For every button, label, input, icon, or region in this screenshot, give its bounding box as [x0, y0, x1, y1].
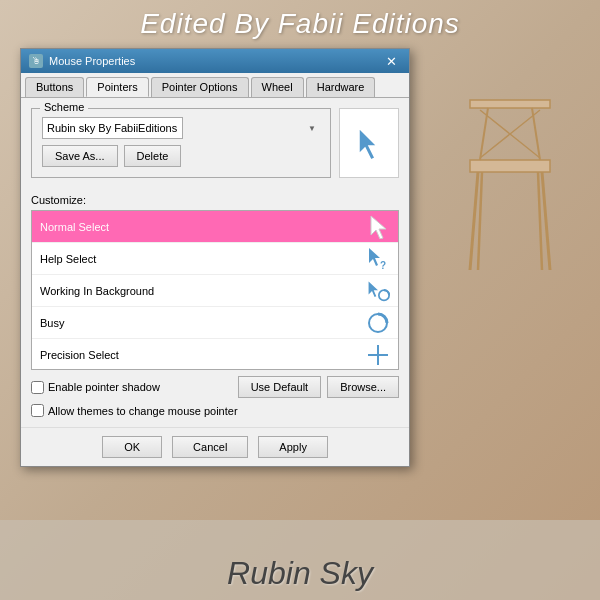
- cursor-list: Normal Select Help Select ?: [31, 210, 399, 370]
- cursor-name-precision: Precision Select: [40, 349, 119, 361]
- cursor-name-working: Working In Background: [40, 285, 154, 297]
- cursor-name-busy: Busy: [40, 317, 64, 329]
- svg-line-8: [478, 172, 482, 270]
- list-item-normal-select[interactable]: Normal Select: [32, 211, 398, 243]
- titlebar-left: 🖱 Mouse Properties: [29, 54, 135, 68]
- scheme-buttons: Save As... Delete: [42, 145, 320, 167]
- browse-button[interactable]: Browse...: [327, 376, 399, 398]
- svg-rect-1: [470, 100, 550, 108]
- tab-bar: Buttons Pointers Pointer Options Wheel H…: [21, 73, 409, 98]
- enable-shadow-row: Enable pointer shadow: [31, 381, 232, 394]
- list-item-precision-select[interactable]: Precision Select: [32, 339, 398, 370]
- cursor-name-normal: Normal Select: [40, 221, 109, 233]
- enable-shadow-label: Enable pointer shadow: [48, 381, 160, 393]
- list-item-busy[interactable]: Busy: [32, 307, 398, 339]
- enable-shadow-checkbox[interactable]: [31, 381, 44, 394]
- svg-line-9: [538, 172, 542, 270]
- cursor-icon-busy: [366, 311, 390, 335]
- apply-button[interactable]: Apply: [258, 436, 328, 458]
- tab-buttons[interactable]: Buttons: [25, 77, 84, 97]
- list-item-working-background[interactable]: Working In Background: [32, 275, 398, 307]
- scheme-dropdown[interactable]: Rubin sky By FabiiEditions: [42, 117, 183, 139]
- cursor-icon-help: ?: [366, 247, 390, 271]
- cursor-icon-normal: [366, 215, 390, 239]
- dialog-icon: 🖱: [29, 54, 43, 68]
- scheme-select-wrapper: Rubin sky By FabiiEditions: [42, 117, 320, 139]
- cursor-name-help: Help Select: [40, 253, 96, 265]
- allow-themes-row: Allow themes to change mouse pointer: [31, 404, 399, 417]
- chair-illustration: [450, 80, 570, 280]
- svg-marker-10: [359, 128, 377, 160]
- cancel-button[interactable]: Cancel: [172, 436, 248, 458]
- tab-pointer-options[interactable]: Pointer Options: [151, 77, 249, 97]
- svg-text:?: ?: [380, 260, 386, 271]
- watermark-bottom: Rubin Sky: [0, 555, 600, 592]
- watermark-top: Edited By Fabii Editions: [0, 8, 600, 40]
- cursor-preview: [339, 108, 399, 178]
- cursor-icon-precision: [366, 343, 390, 367]
- customize-label: Customize:: [31, 194, 399, 206]
- cursor-controls-row: Enable pointer shadow Use Default Browse…: [31, 376, 399, 398]
- allow-themes-label: Allow themes to change mouse pointer: [48, 405, 238, 417]
- close-button[interactable]: ✕: [382, 55, 401, 68]
- svg-line-6: [470, 172, 478, 270]
- svg-rect-0: [470, 160, 550, 172]
- cursor-icon-working: [366, 279, 390, 303]
- preview-cursor-icon: [355, 126, 383, 160]
- list-item-help-select[interactable]: Help Select ?: [32, 243, 398, 275]
- titlebar: 🖱 Mouse Properties ✕: [21, 49, 409, 73]
- svg-marker-14: [369, 281, 378, 296]
- mouse-properties-dialog: 🖱 Mouse Properties ✕ Buttons Pointers Po…: [20, 48, 410, 467]
- allow-themes-checkbox[interactable]: [31, 404, 44, 417]
- tab-content: Scheme Rubin sky By FabiiEditions Save A…: [21, 98, 409, 427]
- svg-line-7: [542, 172, 550, 270]
- tab-wheel[interactable]: Wheel: [251, 77, 304, 97]
- use-default-button[interactable]: Use Default: [238, 376, 321, 398]
- scheme-label: Scheme: [40, 101, 88, 113]
- dialog-title: Mouse Properties: [49, 55, 135, 67]
- save-as-button[interactable]: Save As...: [42, 145, 118, 167]
- dialog-buttons: OK Cancel Apply: [21, 427, 409, 466]
- scheme-group: Scheme Rubin sky By FabiiEditions Save A…: [31, 108, 331, 178]
- svg-marker-12: [369, 248, 380, 266]
- tab-hardware[interactable]: Hardware: [306, 77, 376, 97]
- ok-button[interactable]: OK: [102, 436, 162, 458]
- delete-button[interactable]: Delete: [124, 145, 182, 167]
- svg-marker-11: [371, 216, 386, 239]
- tab-pointers[interactable]: Pointers: [86, 77, 148, 97]
